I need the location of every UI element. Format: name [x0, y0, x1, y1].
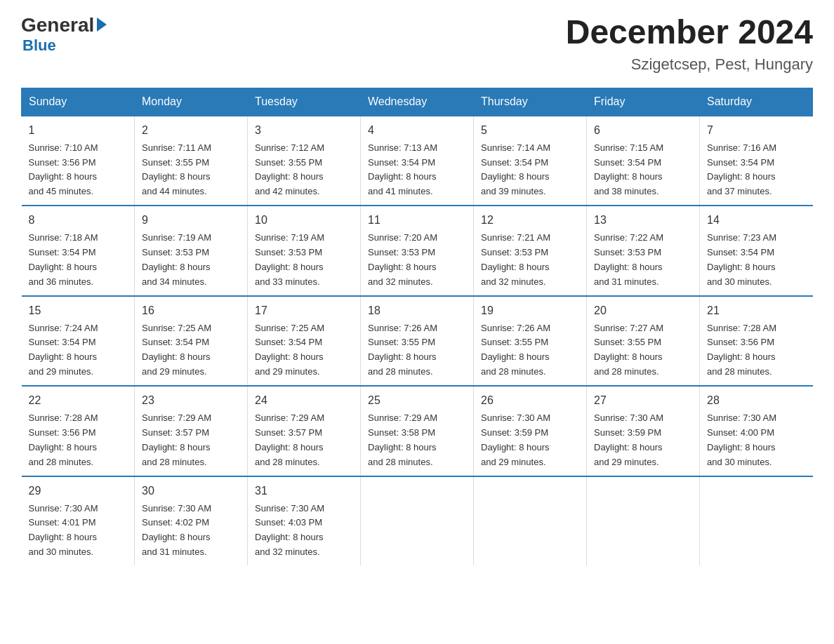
- day-number: 23: [142, 392, 240, 410]
- table-row: 27 Sunrise: 7:30 AMSunset: 3:59 PMDaylig…: [587, 386, 700, 476]
- table-row: [700, 476, 813, 565]
- day-number: 28: [707, 392, 806, 410]
- day-number: 31: [255, 483, 353, 500]
- day-info: Sunrise: 7:28 AMSunset: 3:56 PMDaylight:…: [707, 323, 776, 377]
- table-row: [587, 476, 700, 565]
- day-number: 3: [255, 122, 353, 140]
- day-info: Sunrise: 7:21 AMSunset: 3:53 PMDaylight:…: [481, 232, 550, 287]
- day-number: 1: [29, 122, 128, 140]
- day-number: 17: [255, 302, 353, 320]
- table-row: 1 Sunrise: 7:10 AMSunset: 3:56 PMDayligh…: [22, 116, 135, 206]
- day-info: Sunrise: 7:28 AMSunset: 3:56 PMDaylight:…: [29, 412, 98, 467]
- table-row: 26 Sunrise: 7:30 AMSunset: 3:59 PMDaylig…: [474, 386, 587, 476]
- day-number: 24: [255, 392, 353, 410]
- day-info: Sunrise: 7:25 AMSunset: 3:54 PMDaylight:…: [255, 323, 324, 377]
- table-row: 13 Sunrise: 7:22 AMSunset: 3:53 PMDaylig…: [587, 206, 700, 295]
- day-number: 27: [594, 392, 692, 410]
- day-info: Sunrise: 7:23 AMSunset: 3:54 PMDaylight:…: [707, 232, 776, 287]
- header-tuesday: Tuesday: [248, 88, 361, 116]
- day-info: Sunrise: 7:10 AMSunset: 3:56 PMDaylight:…: [29, 142, 98, 197]
- table-row: 9 Sunrise: 7:19 AMSunset: 3:53 PMDayligh…: [135, 206, 248, 295]
- day-info: Sunrise: 7:25 AMSunset: 3:54 PMDaylight:…: [142, 323, 211, 377]
- day-info: Sunrise: 7:18 AMSunset: 3:54 PMDaylight:…: [29, 232, 98, 287]
- table-row: 6 Sunrise: 7:15 AMSunset: 3:54 PMDayligh…: [587, 116, 700, 206]
- table-row: 4 Sunrise: 7:13 AMSunset: 3:54 PMDayligh…: [361, 116, 474, 206]
- day-number: 18: [368, 302, 466, 320]
- day-info: Sunrise: 7:30 AMSunset: 3:59 PMDaylight:…: [481, 412, 550, 467]
- day-number: 12: [481, 212, 579, 229]
- table-row: 2 Sunrise: 7:11 AMSunset: 3:55 PMDayligh…: [135, 116, 248, 206]
- calendar-table: Sunday Monday Tuesday Wednesday Thursday…: [21, 88, 813, 565]
- day-number: 11: [368, 212, 466, 229]
- calendar-header: Sunday Monday Tuesday Wednesday Thursday…: [22, 88, 813, 116]
- table-row: 29 Sunrise: 7:30 AMSunset: 4:01 PMDaylig…: [22, 476, 135, 565]
- header-friday: Friday: [587, 88, 700, 116]
- day-info: Sunrise: 7:24 AMSunset: 3:54 PMDaylight:…: [29, 323, 98, 377]
- day-info: Sunrise: 7:19 AMSunset: 3:53 PMDaylight:…: [255, 232, 324, 287]
- table-row: 25 Sunrise: 7:29 AMSunset: 3:58 PMDaylig…: [361, 386, 474, 476]
- day-info: Sunrise: 7:22 AMSunset: 3:53 PMDaylight:…: [594, 232, 663, 287]
- table-row: 31 Sunrise: 7:30 AMSunset: 4:03 PMDaylig…: [248, 476, 361, 565]
- day-number: 15: [29, 302, 128, 320]
- day-info: Sunrise: 7:30 AMSunset: 4:01 PMDaylight:…: [29, 503, 98, 558]
- table-row: 5 Sunrise: 7:14 AMSunset: 3:54 PMDayligh…: [474, 116, 587, 206]
- day-number: 25: [368, 392, 466, 410]
- header-row: Sunday Monday Tuesday Wednesday Thursday…: [22, 88, 813, 116]
- day-info: Sunrise: 7:29 AMSunset: 3:57 PMDaylight:…: [142, 412, 211, 467]
- day-number: 20: [594, 302, 692, 320]
- header-monday: Monday: [135, 88, 248, 116]
- header-thursday: Thursday: [474, 88, 587, 116]
- logo: General Blue: [21, 14, 107, 55]
- day-info: Sunrise: 7:29 AMSunset: 3:57 PMDaylight:…: [255, 412, 324, 467]
- table-row: 3 Sunrise: 7:12 AMSunset: 3:55 PMDayligh…: [248, 116, 361, 206]
- day-info: Sunrise: 7:14 AMSunset: 3:54 PMDaylight:…: [481, 142, 550, 197]
- table-row: 19 Sunrise: 7:26 AMSunset: 3:55 PMDaylig…: [474, 296, 587, 386]
- logo-blue-text: Blue: [22, 36, 56, 55]
- calendar-subtitle: Szigetcsep, Pest, Hungary: [566, 55, 813, 74]
- day-info: Sunrise: 7:11 AMSunset: 3:55 PMDaylight:…: [142, 142, 211, 197]
- day-info: Sunrise: 7:19 AMSunset: 3:53 PMDaylight:…: [142, 232, 211, 287]
- table-row: 12 Sunrise: 7:21 AMSunset: 3:53 PMDaylig…: [474, 206, 587, 295]
- day-info: Sunrise: 7:29 AMSunset: 3:58 PMDaylight:…: [368, 412, 437, 467]
- day-info: Sunrise: 7:20 AMSunset: 3:53 PMDaylight:…: [368, 232, 437, 287]
- day-number: 8: [29, 212, 128, 229]
- day-number: 30: [142, 483, 240, 500]
- logo-general-text: General: [21, 14, 94, 36]
- day-info: Sunrise: 7:26 AMSunset: 3:55 PMDaylight:…: [481, 323, 550, 377]
- logo-general: General: [21, 14, 107, 36]
- table-row: 18 Sunrise: 7:26 AMSunset: 3:55 PMDaylig…: [361, 296, 474, 386]
- calendar-week-row: 1 Sunrise: 7:10 AMSunset: 3:56 PMDayligh…: [22, 116, 813, 206]
- day-number: 2: [142, 122, 240, 140]
- day-info: Sunrise: 7:27 AMSunset: 3:55 PMDaylight:…: [594, 323, 663, 377]
- table-row: 28 Sunrise: 7:30 AMSunset: 4:00 PMDaylig…: [700, 386, 813, 476]
- calendar-week-row: 8 Sunrise: 7:18 AMSunset: 3:54 PMDayligh…: [22, 206, 813, 295]
- title-block: December 2024 Szigetcsep, Pest, Hungary: [566, 14, 813, 74]
- day-number: 13: [594, 212, 692, 229]
- calendar-week-row: 15 Sunrise: 7:24 AMSunset: 3:54 PMDaylig…: [22, 296, 813, 386]
- calendar-week-row: 29 Sunrise: 7:30 AMSunset: 4:01 PMDaylig…: [22, 476, 813, 565]
- table-row: 14 Sunrise: 7:23 AMSunset: 3:54 PMDaylig…: [700, 206, 813, 295]
- day-number: 19: [481, 302, 579, 320]
- day-number: 4: [368, 122, 466, 140]
- table-row: 11 Sunrise: 7:20 AMSunset: 3:53 PMDaylig…: [361, 206, 474, 295]
- table-row: 20 Sunrise: 7:27 AMSunset: 3:55 PMDaylig…: [587, 296, 700, 386]
- table-row: 10 Sunrise: 7:19 AMSunset: 3:53 PMDaylig…: [248, 206, 361, 295]
- table-row: 16 Sunrise: 7:25 AMSunset: 3:54 PMDaylig…: [135, 296, 248, 386]
- table-row: 24 Sunrise: 7:29 AMSunset: 3:57 PMDaylig…: [248, 386, 361, 476]
- day-info: Sunrise: 7:15 AMSunset: 3:54 PMDaylight:…: [594, 142, 663, 197]
- day-number: 6: [594, 122, 692, 140]
- day-info: Sunrise: 7:16 AMSunset: 3:54 PMDaylight:…: [707, 142, 776, 197]
- day-number: 14: [707, 212, 806, 229]
- day-number: 29: [29, 483, 128, 500]
- table-row: 15 Sunrise: 7:24 AMSunset: 3:54 PMDaylig…: [22, 296, 135, 386]
- table-row: 23 Sunrise: 7:29 AMSunset: 3:57 PMDaylig…: [135, 386, 248, 476]
- day-info: Sunrise: 7:12 AMSunset: 3:55 PMDaylight:…: [255, 142, 324, 197]
- day-number: 16: [142, 302, 240, 320]
- table-row: 30 Sunrise: 7:30 AMSunset: 4:02 PMDaylig…: [135, 476, 248, 565]
- logo-arrow-icon: [97, 18, 107, 32]
- day-info: Sunrise: 7:30 AMSunset: 4:02 PMDaylight:…: [142, 503, 211, 558]
- table-row: [474, 476, 587, 565]
- day-number: 7: [707, 122, 806, 140]
- day-number: 9: [142, 212, 240, 229]
- calendar-title: December 2024: [566, 14, 813, 51]
